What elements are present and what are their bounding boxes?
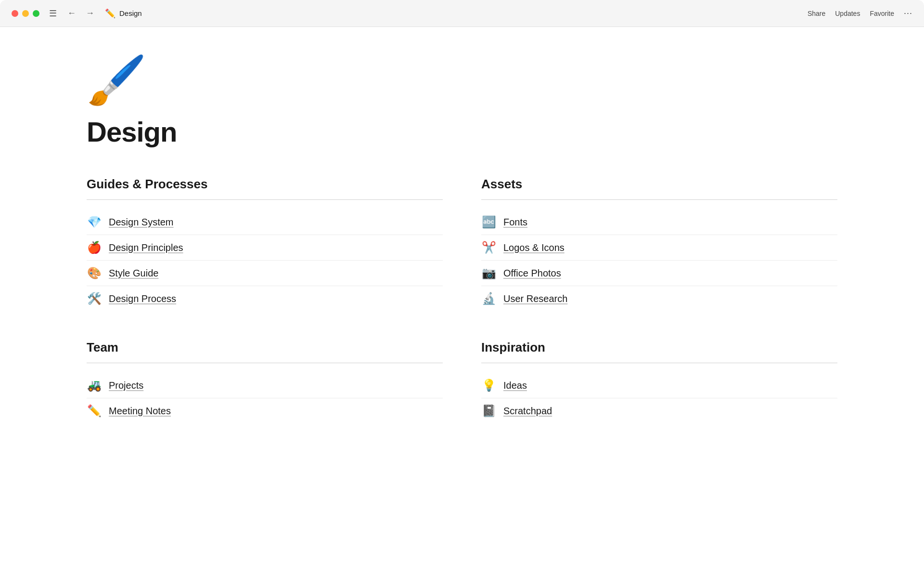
logos-icons-label[interactable]: Logos & Icons [503,242,565,253]
sections-grid: Guides & Processes 💎 Design System 🍎 Des… [87,177,837,452]
section-inspiration-divider [481,363,837,363]
updates-button[interactable]: Updates [835,10,860,17]
back-button[interactable]: ← [64,7,79,19]
list-item[interactable]: 💡 Ideas [481,373,837,398]
meeting-notes-label[interactable]: Meeting Notes [109,406,171,417]
list-item[interactable]: 🛠️ Design Process [87,286,443,311]
page-breadcrumb-title: Design [119,9,142,17]
close-button[interactable] [12,10,18,17]
projects-icon: 🚜 [87,379,102,392]
traffic-lights [12,10,39,17]
maximize-button[interactable] [33,10,39,17]
titlebar-actions: Share Updates Favorite ··· [808,8,912,18]
section-team: Team 🚜 Projects ✏️ Meeting Notes [87,340,443,423]
page-title: Design [87,116,837,148]
list-item[interactable]: ✏️ Meeting Notes [87,398,443,423]
list-item[interactable]: 🔬 User Research [481,286,837,311]
list-item[interactable]: 📓 Scratchpad [481,398,837,423]
page-icon: ✏️ [105,8,116,19]
section-assets-title: Assets [481,177,837,192]
section-guides-divider [87,199,443,200]
nav-arrows: ← → [64,7,97,19]
list-item[interactable]: 🍎 Design Principles [87,235,443,261]
design-principles-icon: 🍎 [87,241,102,254]
list-item[interactable]: 🎨 Style Guide [87,261,443,286]
section-guides-processes-title: Guides & Processes [87,177,443,192]
sidebar-toggle[interactable]: ☰ [49,8,57,19]
share-button[interactable]: Share [808,10,825,17]
more-button[interactable]: ··· [904,8,912,18]
scratchpad-label[interactable]: Scratchpad [503,406,552,417]
user-research-icon: 🔬 [481,292,497,305]
design-process-label[interactable]: Design Process [109,293,176,304]
design-system-icon: 💎 [87,215,102,229]
inspiration-list: 💡 Ideas 📓 Scratchpad [481,373,837,423]
section-team-divider [87,363,443,363]
section-team-title: Team [87,340,443,355]
list-item[interactable]: 📷 Office Photos [481,261,837,286]
fonts-icon: 🔤 [481,215,497,229]
logos-icons-icon: ✂️ [481,241,497,254]
design-principles-label[interactable]: Design Principles [109,242,183,253]
meeting-notes-icon: ✏️ [87,404,102,418]
titlebar: ☰ ← → ✏️ Design Share Updates Favorite ·… [0,0,924,27]
style-guide-label[interactable]: Style Guide [109,268,158,279]
favorite-button[interactable]: Favorite [870,10,894,17]
page-icon-title: ✏️ Design [105,8,808,19]
section-inspiration: Inspiration 💡 Ideas 📓 Scratchpad [481,340,837,423]
section-assets-divider [481,199,837,200]
user-research-label[interactable]: User Research [503,293,567,304]
section-guides-processes: Guides & Processes 💎 Design System 🍎 Des… [87,177,443,311]
office-photos-label[interactable]: Office Photos [503,268,561,279]
main-content: 🖌️ Design Guides & Processes 💎 Design Sy… [0,27,924,578]
design-system-label[interactable]: Design System [109,217,174,228]
page-emoji: 🖌️ [87,56,837,104]
fonts-label[interactable]: Fonts [503,217,527,228]
list-item[interactable]: 🔤 Fonts [481,210,837,235]
team-list: 🚜 Projects ✏️ Meeting Notes [87,373,443,423]
list-item[interactable]: 💎 Design System [87,210,443,235]
style-guide-icon: 🎨 [87,266,102,280]
section-inspiration-title: Inspiration [481,340,837,355]
list-item[interactable]: ✂️ Logos & Icons [481,235,837,261]
office-photos-icon: 📷 [481,266,497,280]
ideas-icon: 💡 [481,379,497,392]
scratchpad-icon: 📓 [481,404,497,418]
ideas-label[interactable]: Ideas [503,380,527,391]
assets-list: 🔤 Fonts ✂️ Logos & Icons 📷 Office Photos… [481,210,837,311]
projects-label[interactable]: Projects [109,380,143,391]
minimize-button[interactable] [22,10,29,17]
forward-button[interactable]: → [83,7,97,19]
guides-processes-list: 💎 Design System 🍎 Design Principles 🎨 St… [87,210,443,311]
list-item[interactable]: 🚜 Projects [87,373,443,398]
window: ☰ ← → ✏️ Design Share Updates Favorite ·… [0,0,924,578]
design-process-icon: 🛠️ [87,292,102,305]
section-assets: Assets 🔤 Fonts ✂️ Logos & Icons 📷 Office… [481,177,837,311]
